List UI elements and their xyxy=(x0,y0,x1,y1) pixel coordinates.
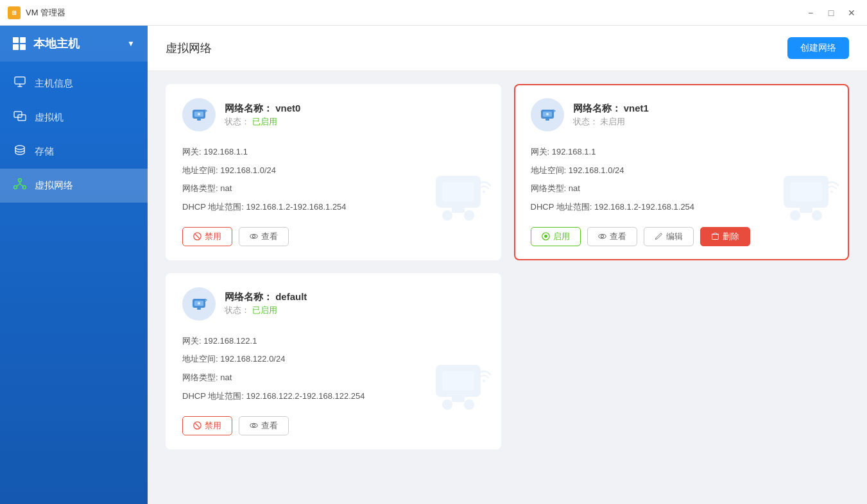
main-layout: 本地主机 ▼ 主机信息 xyxy=(0,26,867,504)
card-nettype-default: 网络类型: nat xyxy=(182,369,485,387)
svg-point-34 xyxy=(601,235,603,238)
network-card-default: 网络名称： default 状态： 已启用 网关: 192.168.122.1 … xyxy=(166,273,501,449)
svg-point-9 xyxy=(198,113,200,115)
content-header: 虚拟网络 创建网络 xyxy=(148,26,867,71)
vnet1-enable-button[interactable]: 启用 xyxy=(531,227,581,246)
sidebar-header-icon xyxy=(13,37,27,50)
card-gateway-vnet0: 网关: 192.168.1.1 xyxy=(182,143,485,162)
sidebar-nav: 主机信息 虚拟机 xyxy=(0,62,148,208)
svg-point-23 xyxy=(546,113,549,115)
card-actions-default: 禁用查看 xyxy=(182,416,485,435)
card-gateway-default: 网关: 192.168.122.1 xyxy=(182,332,485,351)
sidebar-item-label-storage: 存储 xyxy=(35,146,54,158)
vnet0-disable-button[interactable]: 禁用 xyxy=(182,227,232,246)
create-network-button[interactable]: 创建网络 xyxy=(787,37,849,59)
window-controls: − □ ✕ xyxy=(803,5,859,21)
app-icon: ⊞ xyxy=(8,6,21,19)
card-header-vnet0: 网络名称： vnet0 状态： 已启用 xyxy=(182,98,485,131)
sidebar-item-virtual-network[interactable]: 虚拟网络 xyxy=(0,169,148,203)
card-info-default: 网关: 192.168.122.1 地址空间: 192.168.122.0/24… xyxy=(182,332,485,406)
vnet0-view-button[interactable]: 查看 xyxy=(239,227,289,246)
vm-icon xyxy=(13,110,27,126)
svg-rect-24 xyxy=(545,119,549,121)
card-info-vnet0: 网关: 192.168.1.1 地址空间: 192.168.1.0/24 网络类… xyxy=(182,143,485,217)
sidebar-item-label-host-info: 主机信息 xyxy=(35,78,73,90)
sidebar-item-label-virtual-network: 虚拟网络 xyxy=(35,180,73,192)
network-icon xyxy=(13,178,27,194)
card-title-default: 网络名称： default xyxy=(225,291,307,303)
svg-rect-10 xyxy=(197,119,201,121)
maximize-button[interactable]: □ xyxy=(823,5,839,21)
content-area: 虚拟网络 创建网络 网络名称： vnet0 状态 xyxy=(148,26,867,504)
card-header-vnet1: 网络名称： vnet1 状态： 未启用 xyxy=(531,98,833,131)
card-title-vnet1: 网络名称： vnet1 xyxy=(573,103,649,115)
host-icon xyxy=(13,76,27,92)
card-icon-vnet0 xyxy=(182,98,216,131)
card-nettype-vnet0: 网络类型: nat xyxy=(182,180,485,198)
storage-icon xyxy=(13,144,27,160)
minimize-button[interactable]: − xyxy=(803,5,818,21)
network-card-vnet1: 网络名称： vnet1 状态： 未启用 网关: 192.168.1.1 地址空间… xyxy=(514,84,850,260)
vnet1-view-button[interactable]: 查看 xyxy=(587,227,637,246)
vnet1-edit-button[interactable]: 编辑 xyxy=(644,227,694,246)
svg-line-47 xyxy=(195,423,200,428)
card-status-default: 状态： 已启用 xyxy=(225,305,307,316)
default-view-button[interactable]: 查看 xyxy=(239,416,289,435)
sidebar: 本地主机 ▼ 主机信息 xyxy=(0,26,148,504)
card-actions-vnet1: 启用查看编辑删除 xyxy=(531,227,833,246)
card-status-vnet0: 状态： 已启用 xyxy=(225,116,300,128)
svg-rect-0 xyxy=(15,77,25,84)
card-status-vnet1: 状态： 未启用 xyxy=(573,116,649,128)
title-bar: ⊞ VM 管理器 − □ ✕ xyxy=(0,0,867,26)
svg-rect-35 xyxy=(712,235,718,240)
svg-point-32 xyxy=(544,235,547,238)
svg-point-49 xyxy=(252,424,255,426)
card-icon-vnet1 xyxy=(531,98,564,131)
card-title-vnet0: 网络名称： vnet0 xyxy=(225,103,300,115)
app-title: VM 管理器 xyxy=(26,7,803,19)
card-nettype-vnet1: 网络类型: nat xyxy=(531,180,833,198)
network-cards-grid: 网络名称： vnet0 状态： 已启用 网关: 192.168.1.1 地址空间… xyxy=(148,71,867,462)
sidebar-header-title: 本地主机 xyxy=(33,36,121,51)
network-card-vnet0: 网络名称： vnet0 状态： 已启用 网关: 192.168.1.1 地址空间… xyxy=(166,84,501,260)
svg-point-20 xyxy=(252,235,255,238)
svg-rect-39 xyxy=(197,308,201,310)
sidebar-header[interactable]: 本地主机 ▼ xyxy=(0,26,148,62)
card-gateway-vnet1: 网关: 192.168.1.1 xyxy=(531,143,833,162)
sidebar-arrow-icon: ▼ xyxy=(127,39,135,48)
svg-line-18 xyxy=(195,235,200,239)
card-dhcp-default: DHCP 地址范围: 192.168.122.2-192.168.122.254 xyxy=(182,387,485,406)
svg-point-38 xyxy=(198,302,200,305)
svg-point-3 xyxy=(15,146,24,149)
sidebar-item-label-vm: 虚拟机 xyxy=(35,112,64,124)
page-title: 虚拟网络 xyxy=(166,40,212,56)
card-header-default: 网络名称： default 状态： 已启用 xyxy=(182,287,485,321)
close-button[interactable]: ✕ xyxy=(844,5,859,21)
card-info-vnet1: 网关: 192.168.1.1 地址空间: 192.168.1.0/24 网络类… xyxy=(531,143,833,217)
card-address-vnet0: 地址空间: 192.168.1.0/24 xyxy=(182,162,485,180)
card-icon-default xyxy=(182,287,216,321)
card-dhcp-vnet1: DHCP 地址范围: 192.168.1.2-192.168.1.254 xyxy=(531,198,833,217)
card-address-vnet1: 地址空间: 192.168.1.0/24 xyxy=(531,162,833,180)
default-disable-button[interactable]: 禁用 xyxy=(182,416,232,435)
sidebar-item-storage[interactable]: 存储 xyxy=(0,135,148,169)
sidebar-item-vm[interactable]: 虚拟机 xyxy=(0,101,148,135)
card-actions-vnet0: 禁用查看 xyxy=(182,227,485,246)
card-dhcp-vnet0: DHCP 地址范围: 192.168.1.2-192.168.1.254 xyxy=(182,198,485,217)
card-address-default: 地址空间: 192.168.122.0/24 xyxy=(182,350,485,369)
sidebar-item-host-info[interactable]: 主机信息 xyxy=(0,67,148,101)
vnet1-delete-button[interactable]: 删除 xyxy=(700,227,750,246)
